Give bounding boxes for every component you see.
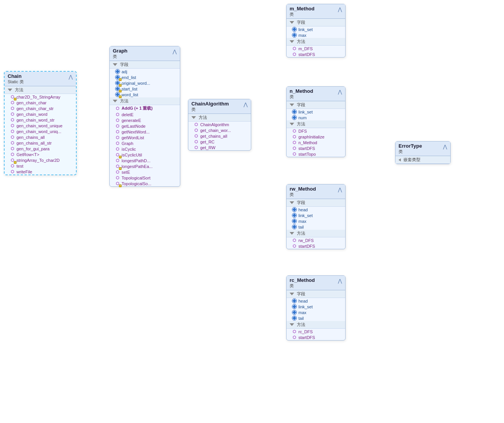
field-icon [292,33,297,38]
list-item: max [287,218,345,224]
list-item: ⬡startDFS [287,51,345,57]
card-title-rcMethod: rc_Method [290,277,315,283]
method-icon: ⬡ [194,133,199,138]
card-subtitle-chain: Static 类 [8,79,24,85]
section-label: 嵌套类型 [404,157,420,163]
section-header-字段: 字段 [287,290,345,298]
section-label: 字段 [297,200,305,206]
item-label: getWordList [122,135,144,140]
collapse-icon[interactable]: ⋀ [338,187,342,193]
item-label: get_chains_all [200,134,227,138]
method-icon: ⬡ [10,129,15,134]
method-icon: ⬡ [10,135,15,140]
list-item: ⬡getNextWord... [110,129,180,135]
collapse-icon[interactable]: ⋀ [338,7,342,12]
card-subtitle-rcMethod: 类 [290,283,315,289]
method-icon: ⬡ [115,146,120,151]
method-icon: ⬡ [292,151,297,156]
collapse-icon[interactable]: ⋀ [173,49,177,54]
method-icon: ⬡ [194,139,199,144]
card-subtitle-rwMethod: 类 [290,192,316,198]
collapse-icon[interactable]: ⋀ [69,74,73,80]
method-icon: ⬡ [115,118,120,123]
item-label: startDFS [298,146,315,151]
method-icon: ⬡ [10,123,15,128]
item-label: m_DFS [298,46,313,51]
item-label: writeFile [16,170,32,174]
item-label: stringArray_To_char2D [16,158,60,163]
method-icon: ⬡ [292,140,297,145]
section-header-字段: 字段 [110,61,180,69]
method-icon: ⬡ [292,335,297,340]
list-item: tail [287,224,345,230]
triangle-down-icon [290,40,294,43]
item-label: gen_chain_word_str [16,118,54,122]
section-label: 方法 [15,87,23,93]
field-icon [292,213,297,218]
list-item: ⬡gen_chains_all [5,134,76,140]
diagram-canvas: ChainStatic 类⋀方法⬡🔒char2D_To_StringArray⬡… [0,0,504,423]
list-item: ⬡m_DFS [287,46,345,51]
item-label: get_RC [200,140,214,144]
field-icon [292,27,297,32]
item-label: Graph [122,141,133,146]
method-icon: ⬡ [115,158,120,163]
card-header-nMethod: n_Method类⋀ [287,87,345,101]
list-item: adj [110,69,180,74]
card-title-errorType: ErrorType [399,143,422,149]
section-header-字段: 字段 [287,199,345,207]
method-icon: ⬡ [115,175,120,180]
method-icon: ⬡ [10,169,15,174]
list-item: 🔒end_list [110,74,180,80]
field-icon [292,115,297,120]
item-label: gen_chain_word [16,112,48,117]
item-label: getLastNode [122,124,145,128]
item-label: longestPathD... [122,158,150,163]
item-label: isCyclic [122,147,136,151]
triangle-icon [399,158,401,161]
item-label: max [298,310,306,315]
section-label: 方法 [120,98,128,104]
collapse-icon[interactable]: ⋀ [338,89,342,95]
method-icon: ⬡ [10,117,15,122]
method-icon: ⬡ [292,238,297,243]
list-item: ⬡rw_DFS [287,237,345,243]
card-subtitle-chainAlgorithm: 类 [191,107,229,112]
item-label: word_list [122,92,138,97]
triangle-down-icon [8,89,12,91]
list-item: ⬡ChainAlgorithm [188,122,251,127]
item-label: startTopo [298,152,316,156]
list-item: ⬡get_RW [188,145,251,150]
method-icon: ⬡ [10,106,15,111]
method-icon: ⬡ [194,122,199,127]
field-icon [292,219,297,224]
card-title-nMethod: n_Method [290,88,313,94]
method-icon: ⬡ [292,244,297,249]
field-icon [115,69,120,74]
collapse-icon[interactable]: ⋀ [443,144,447,150]
item-label: num [298,115,306,120]
lock-badge: 🔒 [119,184,122,187]
list-item: ⬡🔒char2D_To_StringArray [5,94,76,100]
triangle-down-icon [290,293,294,295]
item-label: TopologicalSo... [122,181,152,186]
method-icon: ⬡ [10,100,15,105]
item-label: gen_chains_all_str [16,141,52,145]
section-label: 方法 [297,121,305,127]
card-title-mMethod: m_Method [290,6,315,12]
list-item: 🔒original_word... [110,80,180,86]
card-nMethod: n_Method类⋀字段link_setnum方法⬡DFS⬡graphIniti… [286,86,346,157]
list-item: ⬡get_chains_all [188,133,251,139]
item-label: gen_chains_all [16,135,44,140]
method-icon: ⬡ [10,146,15,151]
section-label: 字段 [120,62,128,67]
collapse-icon[interactable]: ⋀ [338,278,342,284]
item-label: startDFS [298,244,315,249]
collapse-icon[interactable]: ⋀ [244,102,248,107]
list-item: head [287,298,345,304]
item-label: gen_chain_word_unique [16,123,63,128]
section-header-方法: 方法 [188,114,251,122]
item-label: graphInitialize [298,135,324,139]
card-header-graph: Graph类⋀ [110,46,180,61]
list-item: ⬡gen_chain_word_uniq... [5,128,76,134]
